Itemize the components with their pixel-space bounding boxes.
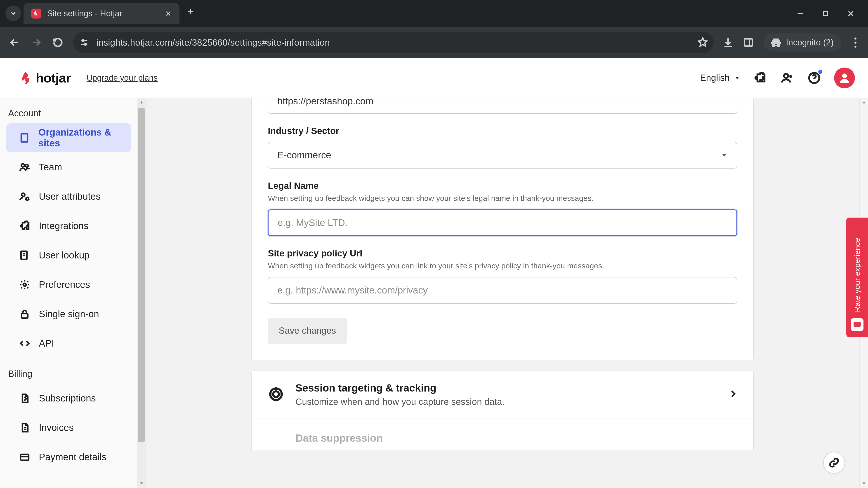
browser-forward-button[interactable] (30, 36, 42, 49)
language-selector[interactable]: English (700, 73, 740, 83)
browser-tabstrip: Site settings - Hotjar (0, 0, 868, 27)
sidebar-item-api[interactable]: API (6, 329, 131, 358)
incognito-indicator[interactable]: Incognito (2) (763, 33, 841, 52)
help-button[interactable] (807, 71, 822, 85)
arrow-left-icon (9, 37, 20, 48)
link-icon (829, 457, 839, 468)
hotjar-flame-icon (20, 71, 33, 85)
svg-rect-41 (22, 314, 28, 318)
tab-search-button[interactable] (5, 5, 21, 21)
svg-rect-5 (823, 11, 828, 16)
industry-label: Industry / Sector (268, 126, 737, 136)
header-actions: English (700, 68, 855, 88)
browser-omnibox[interactable]: insights.hotjar.com/site/3825660/setting… (73, 32, 714, 53)
svg-marker-47 (140, 482, 143, 484)
legal-name-input[interactable] (268, 209, 737, 236)
profile-avatar[interactable] (834, 68, 855, 88)
sidebar-item-invoices[interactable]: Invoices (6, 413, 131, 442)
invite-user-button[interactable] (780, 71, 794, 85)
upgrade-plans-link[interactable]: Upgrade your plans (87, 73, 158, 83)
file-refresh-icon (19, 393, 30, 404)
svg-marker-14 (699, 38, 707, 46)
save-changes-button[interactable]: Save changes (268, 318, 347, 344)
browser-menu-button[interactable] (851, 37, 860, 48)
app-header: hotjar Upgrade your plans English (0, 58, 868, 98)
svg-marker-56 (862, 482, 865, 484)
sidebar-item-team[interactable]: Team (6, 153, 131, 182)
side-panel-button[interactable] (743, 37, 754, 48)
window-controls (795, 0, 868, 27)
sidebar-scrollbar[interactable] (137, 98, 146, 488)
svg-point-40 (23, 283, 26, 286)
sidebar-item-integrations[interactable]: Integrations (6, 212, 131, 240)
new-tab-button[interactable] (184, 5, 197, 18)
site-settings-button[interactable] (79, 37, 90, 48)
session-targeting-sub: Customize when and how you capture sessi… (296, 397, 504, 407)
legal-name-field: Legal Name When setting up feedback widg… (268, 181, 737, 236)
feedback-face-icon (851, 318, 864, 331)
sidebar-item-organizations-sites[interactable]: Organizations & sites (6, 123, 131, 152)
hotjar-wordmark: hotjar (36, 70, 71, 86)
sidebar-item-label: Integrations (39, 221, 88, 231)
lookup-icon (19, 250, 30, 261)
svg-point-24 (814, 80, 815, 81)
sidebar-item-user-lookup[interactable]: User lookup (6, 241, 131, 270)
svg-point-59 (858, 323, 859, 324)
industry-select[interactable]: E-commerce (268, 142, 737, 168)
plus-icon (187, 7, 195, 15)
svg-point-49 (270, 389, 282, 400)
url-text: insights.hotjar.com/site/3825660/setting… (96, 37, 691, 48)
app-body: Account Organizations & sites Team User … (0, 98, 868, 488)
privacy-url-input[interactable] (268, 277, 737, 304)
sidebar-item-label: User lookup (39, 250, 90, 261)
window-minimize-button[interactable] (795, 8, 805, 19)
feedback-tab[interactable]: Rate your experience (846, 218, 868, 337)
sidebar-item-user-attributes[interactable]: User attributes (6, 182, 131, 211)
bookmark-button[interactable] (698, 37, 708, 48)
scroll-up-button[interactable] (860, 98, 868, 107)
svg-point-34 (26, 164, 28, 167)
puzzle-icon (754, 72, 766, 84)
site-url-input[interactable]: https://perstashop.com (268, 98, 737, 113)
sidebar-item-label: Preferences (39, 279, 90, 290)
close-icon (847, 10, 855, 18)
sidebar-item-subscriptions[interactable]: Subscriptions (6, 384, 131, 413)
downloads-button[interactable] (723, 37, 734, 48)
reload-icon (53, 37, 63, 48)
browser-tab-active[interactable]: Site settings - Hotjar (24, 3, 180, 24)
sidebar-item-payment-details[interactable]: Payment details (6, 443, 131, 471)
caret-down-icon (721, 152, 727, 159)
browser-back-button[interactable] (8, 36, 21, 49)
browser-reload-button[interactable] (52, 36, 64, 49)
sidebar-item-single-sign-on[interactable]: Single sign-on (6, 300, 131, 328)
sidebar-item-label: Invoices (39, 422, 74, 433)
content-stack: https://perstashop.com Industry / Sector… (146, 98, 860, 450)
scroll-down-button[interactable] (137, 479, 146, 488)
sidebar-item-preferences[interactable]: Preferences (6, 270, 131, 299)
window-maximize-button[interactable] (820, 8, 831, 19)
session-targeting-row[interactable]: Session targeting & tracking Customize w… (251, 370, 754, 418)
user-icon (838, 72, 851, 84)
svg-marker-46 (140, 101, 143, 103)
tab-close-button[interactable] (164, 9, 173, 18)
file-lines-icon (19, 422, 30, 433)
integrations-button[interactable] (753, 71, 767, 85)
data-suppression-row[interactable]: Data suppression (251, 418, 754, 450)
tab-well: Site settings - Hotjar (0, 0, 197, 27)
scroll-up-button[interactable] (137, 98, 146, 107)
sidebar-container: Account Organizations & sites Team User … (0, 98, 146, 488)
svg-point-58 (856, 323, 857, 324)
svg-rect-26 (21, 134, 28, 142)
incognito-label: Incognito (2) (786, 38, 834, 47)
maximize-icon (822, 10, 829, 18)
privacy-url-label: Site privacy policy Url (268, 248, 737, 258)
copy-link-button[interactable] (823, 452, 845, 474)
scroll-down-button[interactable] (860, 479, 868, 488)
sidebar-item-label: Team (39, 162, 62, 173)
window-close-button[interactable] (846, 8, 856, 19)
industry-value: E-commerce (277, 150, 331, 161)
hotjar-logo[interactable]: hotjar (20, 70, 71, 86)
sidebar-item-label: User attributes (39, 191, 101, 202)
scrollbar-thumb[interactable] (138, 108, 145, 442)
notification-dot (817, 69, 823, 75)
